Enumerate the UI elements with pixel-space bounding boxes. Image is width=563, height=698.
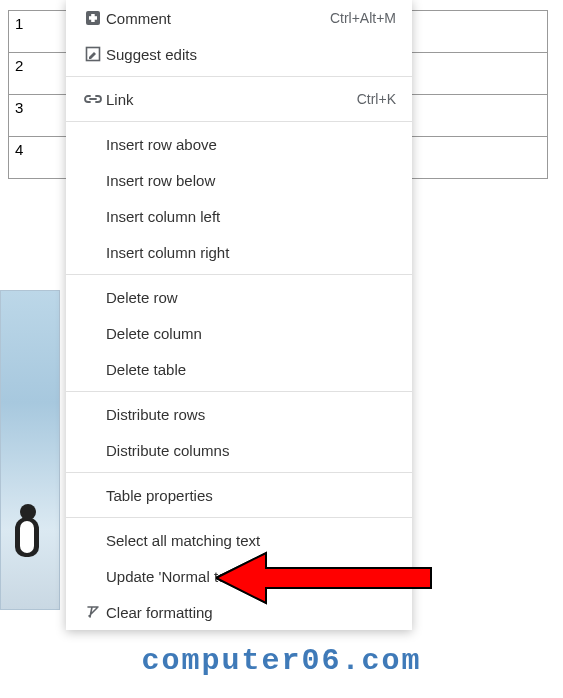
watermark-text: computer06.com [0,644,563,678]
menu-label: Distribute columns [106,442,396,459]
menu-item-update-normal-text[interactable]: Update 'Normal text' to match [66,558,412,594]
menu-label: Clear formatting [106,604,396,621]
menu-shortcut: Ctrl+Alt+M [330,10,396,26]
menu-shortcut: Ctrl+K [357,91,396,107]
menu-item-clear-formatting[interactable]: Clear formatting [66,594,412,630]
menu-item-delete-table[interactable]: Delete table [66,351,412,387]
menu-label: Delete table [106,361,396,378]
menu-label: Insert row below [106,172,396,189]
context-menu: Comment Ctrl+Alt+M Suggest edits Link Ct… [66,0,412,630]
menu-item-distribute-rows[interactable]: Distribute rows [66,396,412,432]
menu-label: Update 'Normal text' to match [106,568,396,585]
menu-label: Insert column left [106,208,396,225]
menu-item-insert-column-left[interactable]: Insert column left [66,198,412,234]
menu-separator [66,472,412,473]
table-cell[interactable]: 2 [9,53,67,95]
menu-label: Comment [106,10,330,27]
menu-item-insert-column-right[interactable]: Insert column right [66,234,412,270]
clear-formatting-icon [80,604,106,620]
menu-item-suggest-edits[interactable]: Suggest edits [66,36,412,72]
menu-label: Delete column [106,325,396,342]
table-cell[interactable]: 3 [9,95,67,137]
background-image-penguin [0,290,60,610]
menu-label: Link [106,91,357,108]
menu-item-distribute-columns[interactable]: Distribute columns [66,432,412,468]
menu-label: Distribute rows [106,406,396,423]
menu-item-table-properties[interactable]: Table properties [66,477,412,513]
table-cell[interactable]: 4 [9,137,67,179]
menu-label: Insert row above [106,136,396,153]
table-cell[interactable]: 1 [9,11,67,53]
menu-separator [66,274,412,275]
penguin-shape [11,499,43,569]
menu-separator [66,76,412,77]
menu-label: Insert column right [106,244,396,261]
menu-item-insert-row-above[interactable]: Insert row above [66,126,412,162]
menu-label: Select all matching text [106,532,396,549]
comment-icon [80,10,106,26]
menu-item-delete-column[interactable]: Delete column [66,315,412,351]
menu-label: Table properties [106,487,396,504]
menu-item-link[interactable]: Link Ctrl+K [66,81,412,117]
menu-separator [66,121,412,122]
menu-label: Suggest edits [106,46,396,63]
menu-item-comment[interactable]: Comment Ctrl+Alt+M [66,0,412,36]
menu-item-insert-row-below[interactable]: Insert row below [66,162,412,198]
menu-item-select-matching-text[interactable]: Select all matching text [66,522,412,558]
menu-separator [66,391,412,392]
link-icon [80,91,106,107]
svg-rect-2 [89,16,97,20]
menu-separator [66,517,412,518]
suggest-edits-icon [80,46,106,62]
menu-item-delete-row[interactable]: Delete row [66,279,412,315]
menu-label: Delete row [106,289,396,306]
